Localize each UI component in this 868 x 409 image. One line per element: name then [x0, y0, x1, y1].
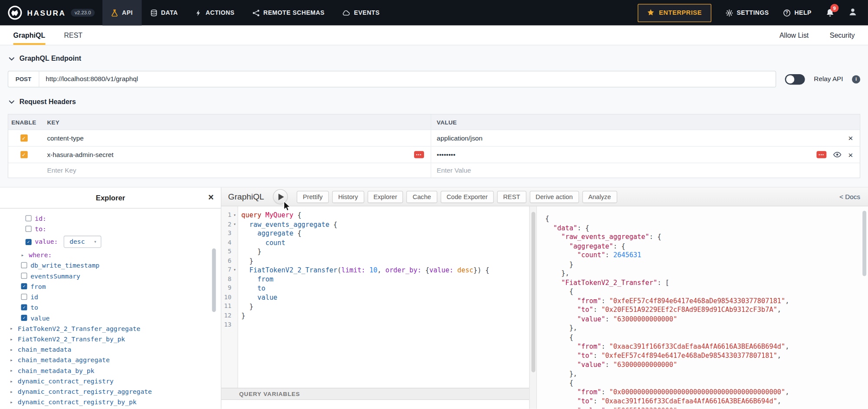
settings-button[interactable]: SETTINGS	[726, 9, 769, 16]
nav-item-label: EVENTS	[354, 10, 380, 16]
link-security[interactable]: Security	[830, 31, 855, 39]
user-icon	[848, 7, 857, 18]
explorer-item-dynamic-contract-registry[interactable]: ▸dynamic_contract_registry	[0, 376, 221, 386]
header-key[interactable]: content-type	[47, 134, 83, 142]
help-button[interactable]: ? HELP	[783, 9, 812, 16]
explorer-checkbox[interactable]: ✓	[21, 304, 27, 311]
endpoint-url-input[interactable]: POST http://localhost:8080/v1/graphql	[8, 71, 776, 87]
toolbar-history-button[interactable]: History	[332, 190, 364, 203]
query-variables-editor[interactable]	[221, 400, 529, 409]
editor-scrollbar-thumb[interactable]	[531, 212, 535, 373]
nav-item-actions[interactable]: ACTIONS	[187, 0, 243, 26]
eye-icon[interactable]	[833, 151, 842, 157]
response-json: { "data": { "raw_events_aggregate": { "a…	[545, 214, 868, 409]
explorer-item-value[interactable]: ✓value	[0, 313, 221, 323]
relay-api-toggle[interactable]	[785, 74, 805, 84]
database-icon	[151, 9, 157, 16]
link-allow-list[interactable]: Allow List	[779, 31, 809, 39]
toolbar-derive-action-button[interactable]: Derive action	[529, 190, 579, 203]
endpoint-section-header[interactable]: GraphQL Endpoint	[8, 54, 860, 63]
nav-item-label: ACTIONS	[206, 10, 235, 16]
explorer-item-from[interactable]: ✓from	[0, 281, 221, 291]
nav-item-data[interactable]: DATA	[141, 0, 187, 26]
toolbar-code-exporter-button[interactable]: Code Exporter	[441, 190, 494, 203]
code-line: }	[241, 311, 529, 320]
explorer-item-id[interactable]: id	[0, 291, 221, 302]
info-icon[interactable]: i	[852, 75, 860, 83]
graphiql-title: GraphiQL	[228, 192, 264, 202]
tab-graphiql[interactable]: GraphiQL	[13, 26, 46, 45]
explorer-item-dynamic-contract-registry-aggregate[interactable]: ▸dynamic_contract_registry_aggregate	[0, 386, 221, 396]
header-value[interactable]: application/json	[437, 134, 483, 142]
sort-direction-select[interactable]: desc▾	[63, 236, 101, 248]
explorer-checkbox[interactable]: ✓	[26, 239, 32, 245]
explorer-header: Explorer ×	[0, 187, 221, 208]
toolbar-rest-button[interactable]: REST	[497, 190, 526, 203]
explorer-item-fiattokenv2-2-transfer-aggregate[interactable]: ▸FiatTokenV2_2_Transfer_aggregate	[0, 323, 221, 334]
execute-query-button[interactable]	[273, 189, 288, 204]
new-header-value-input[interactable]: Enter Value	[437, 167, 471, 174]
explorer-item-chain-metadata-aggregate[interactable]: ▸chain_metadata_aggregate	[0, 355, 221, 365]
explorer-item-label: from	[30, 282, 46, 290]
header-value[interactable]: ••••••••	[437, 151, 455, 159]
explorer-item-dynamic-contract-registry-by-pk[interactable]: ▸dynamic_contract_registry_by_pk	[0, 397, 221, 407]
code-line: {	[545, 378, 868, 387]
nav-item-api[interactable]: API	[102, 0, 141, 26]
close-icon[interactable]: ×	[208, 192, 214, 203]
enterprise-button[interactable]: ENTERPRISE	[638, 3, 711, 22]
chevron-down-icon	[9, 100, 14, 104]
explorer-checkbox[interactable]	[26, 215, 32, 221]
code-line: from	[241, 275, 529, 284]
explorer-item-chain-metadata-by-pk[interactable]: ▸chain_metadata_by_pk	[0, 365, 221, 376]
header-enabled-checkbox[interactable]: ✓	[20, 134, 28, 142]
new-header-key-input[interactable]: Enter Key	[47, 167, 76, 174]
remove-header-button[interactable]: ×	[848, 151, 853, 159]
toolbar-prettify-button[interactable]: Prettify	[297, 190, 329, 203]
tab-rest[interactable]: REST	[64, 26, 83, 45]
response-scrollbar[interactable]	[862, 211, 866, 276]
explorer-checkbox[interactable]: ✓	[21, 283, 27, 289]
explorer-item-value-[interactable]: ✓value:desc▾	[0, 234, 221, 250]
query-editor[interactable]: 1▾2▾34567▾8910111213 query MyQuery { raw…	[221, 206, 529, 388]
explorer-item-eventssummary[interactable]: eventsSummary	[0, 271, 221, 281]
explorer-checkbox[interactable]	[21, 262, 27, 268]
toolbar-analyze-button[interactable]: Analyze	[582, 190, 617, 203]
explorer-checkbox[interactable]	[26, 226, 32, 232]
request-headers-header[interactable]: Request Headers	[8, 97, 860, 106]
user-menu-button[interactable]	[848, 7, 857, 18]
explorer-item-fiattokenv2-2-transfer-by-pk[interactable]: ▸FiatTokenV2_2_Transfer_by_pk	[0, 334, 221, 344]
docs-link[interactable]: < Docs	[839, 193, 860, 201]
remove-header-button[interactable]: ×	[848, 134, 853, 142]
toolbar-explorer-button[interactable]: Explorer	[367, 190, 403, 203]
explorer-checkbox[interactable]: ✓	[21, 315, 27, 321]
column-enable: ENABLE	[8, 115, 39, 129]
explorer-item-to[interactable]: ✓to	[0, 302, 221, 312]
code-line: "from": "0x00000000000000000000000000000…	[545, 387, 868, 396]
header-key[interactable]: x-hasura-admin-secret	[47, 151, 113, 159]
toolbar-cache-button[interactable]: Cache	[407, 190, 437, 203]
editor-gutter: 1▾2▾34567▾8910111213	[221, 206, 238, 388]
header-enabled-checkbox[interactable]: ✓	[20, 151, 28, 158]
request-headers-table: ENABLE KEY VALUE ✓content-typeapplicatio…	[8, 114, 860, 178]
code-line: },	[545, 324, 868, 333]
editor-scrollbar[interactable]	[529, 206, 537, 409]
explorer-checkbox[interactable]	[21, 273, 27, 279]
explorer-item-db-write-timestamp[interactable]: db_write_timestamp	[0, 260, 221, 270]
explorer-item-to-[interactable]: to:	[0, 223, 221, 234]
nav-item-remote-schemas[interactable]: REMOTE SCHEMAS	[243, 0, 334, 26]
flask-icon	[112, 9, 118, 16]
explorer-scrollbar[interactable]	[212, 249, 216, 312]
notifications-button[interactable]: 9	[826, 8, 834, 17]
http-method-badge: POST	[8, 72, 39, 87]
brand[interactable]: HASURA v2.23.0	[0, 0, 102, 26]
explorer-item-id-[interactable]: id:	[0, 213, 221, 223]
nav-item-events[interactable]: EVENTS	[333, 0, 388, 26]
query-variables-bar[interactable]: QUERY VARIABLES	[221, 388, 529, 400]
version-badge: v2.23.0	[71, 9, 95, 16]
explorer-item-where-[interactable]: ▸where:	[0, 249, 221, 260]
explorer-checkbox[interactable]	[21, 294, 27, 300]
explorer-item-chain-metadata[interactable]: ▸chain_metadata	[0, 344, 221, 354]
explorer-item-label: FiatTokenV2_2_Transfer_by_pk	[18, 335, 125, 343]
editor-code[interactable]: query MyQuery { raw_events_aggregate { a…	[238, 206, 529, 388]
subnav-right-links: Allow ListSecurity	[779, 26, 855, 45]
